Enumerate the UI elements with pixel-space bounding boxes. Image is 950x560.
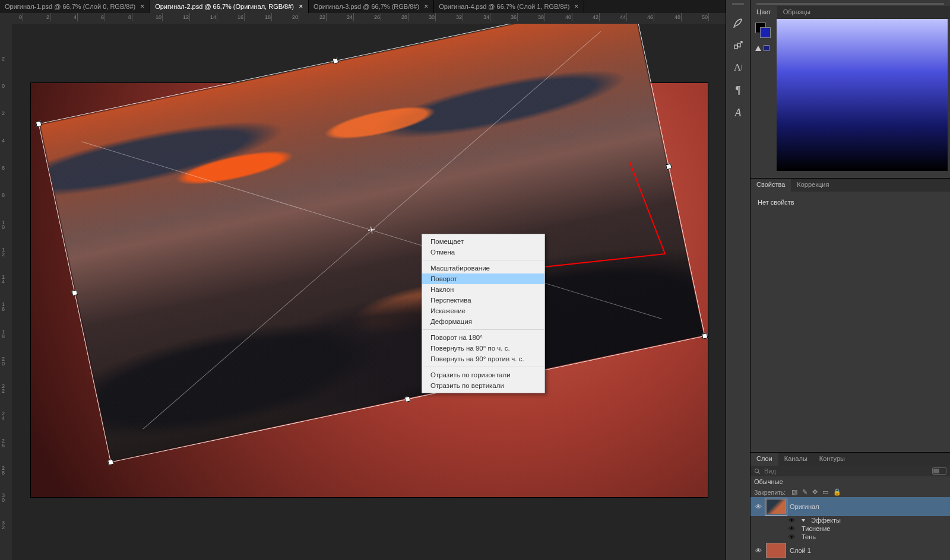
transform-handle[interactable] (666, 163, 672, 170)
glyphs-panel-icon[interactable]: A (730, 104, 746, 121)
tab-swatches[interactable]: Образцы (777, 6, 816, 19)
tab-layers[interactable]: Слои (750, 453, 778, 466)
menu-item[interactable]: Отмена (422, 247, 544, 257)
fx-item-label: Тень (802, 533, 816, 540)
gamut-swatch[interactable] (764, 45, 770, 51)
layer-thumbnail[interactable] (766, 499, 786, 514)
menu-item[interactable]: Поворот на 180° (422, 332, 544, 343)
ruler-horizontal[interactable]: 0246810121416182022242628303234363840424… (12, 13, 726, 24)
gamut-warning-icon[interactable] (755, 46, 761, 51)
tab-channels[interactable]: Каналы (778, 453, 813, 466)
canvas-viewport[interactable]: ПомещаетОтменаМасштабированиеПоворотНакл… (12, 24, 726, 560)
menu-item[interactable]: Наклон (422, 284, 544, 295)
ruler-tick: 6 (101, 14, 104, 20)
lock-pixels-icon[interactable]: ▧ (791, 488, 797, 496)
fx-item[interactable]: 👁 Тиснение (780, 524, 950, 533)
ruler-tick: 8 (128, 14, 131, 20)
lock-brush-icon[interactable]: ✎ (802, 488, 808, 496)
hue-cube[interactable] (777, 19, 948, 171)
character-panel-icon[interactable]: A| (730, 59, 746, 76)
close-icon[interactable]: ✕ (574, 4, 579, 9)
ruler-tick: 24 (2, 411, 5, 421)
tab-color[interactable]: Цвет (750, 6, 777, 19)
visibility-icon[interactable]: 👁 (788, 517, 797, 524)
document-tab[interactable]: Оригинал-1.psd @ 66,7% (Слой 0, RGB/8#) … (0, 0, 150, 13)
menu-item[interactable]: Деформация (422, 316, 544, 327)
properties-panel: Свойства Коррекция Нет свойств (750, 178, 950, 346)
layer-name[interactable]: Оригинал (790, 503, 819, 510)
svg-rect-0 (734, 45, 737, 49)
menu-item[interactable]: Помещает (422, 236, 544, 247)
ruler-tick: 22 (319, 14, 325, 20)
fx-item-label: Тиснение (802, 525, 830, 532)
transform-handle[interactable] (332, 58, 339, 64)
visibility-icon[interactable]: 👁 (788, 533, 797, 540)
transform-handle[interactable] (71, 289, 78, 296)
visibility-icon[interactable]: 👁 (754, 503, 762, 510)
fx-item[interactable]: 👁 Тень (780, 533, 950, 541)
transform-center[interactable] (368, 226, 376, 234)
search-icon[interactable] (754, 468, 761, 475)
collapsed-panel-strip[interactable]: A| ¶ A (726, 0, 750, 560)
background-swatch[interactable] (760, 27, 771, 38)
blend-mode-select[interactable]: Обычные (754, 478, 783, 485)
svg-line-3 (758, 472, 760, 474)
ruler-tick: 10 (2, 220, 5, 230)
ruler-tick: 44 (620, 14, 626, 20)
menu-item[interactable]: Масштабирование (422, 263, 544, 273)
layer-filter-input[interactable] (764, 467, 929, 475)
transform-handle[interactable] (404, 396, 411, 403)
filter-toggle[interactable] (932, 467, 946, 475)
menu-item[interactable]: Отразить по вертикали (422, 380, 544, 391)
ruler-tick: 16 (2, 302, 5, 311)
document-tab[interactable]: Оригинал-2.psd @ 66,7% (Оригинал, RGB/8#… (150, 0, 309, 13)
document-tab[interactable]: Оригинал-4.psd @ 66,7% (Слой 1, RGB/8#) … (434, 0, 584, 13)
ruler-tick: 32 (2, 520, 5, 530)
menu-item[interactable]: Искажение (422, 306, 544, 316)
brush-presets-icon[interactable] (730, 14, 746, 31)
paragraph-panel-icon[interactable]: ¶ (730, 82, 746, 98)
layer-name[interactable]: Слой 1 (790, 547, 811, 554)
lock-position-icon[interactable]: ✥ (812, 488, 818, 496)
ruler-tick: 32 (456, 14, 462, 20)
close-icon[interactable]: ✕ (424, 4, 429, 9)
menu-item[interactable]: Повернуть на 90° против ч. с. (422, 354, 544, 364)
ruler-tick: 18 (2, 329, 5, 339)
close-icon[interactable]: ✕ (299, 4, 303, 9)
visibility-icon[interactable]: 👁 (788, 525, 797, 532)
panel-tab-bar: Свойства Коррекция (750, 179, 950, 192)
ruler-vertical[interactable]: 202468101214161820222426283032 (0, 24, 12, 560)
ruler-tick: 4 (74, 14, 77, 20)
layer-row[interactable]: 👁 Оригинал (750, 497, 950, 516)
fx-header[interactable]: 👁 Эффекты (780, 516, 950, 524)
lock-row: Закрепить: ▧ ✎ ✥ ▭ 🔒 (750, 487, 950, 497)
ruler-tick: 34 (483, 14, 489, 20)
visibility-icon[interactable]: 👁 (754, 547, 762, 554)
tab-label: Оригинал-2.psd @ 66,7% (Оригинал, RGB/8#… (155, 3, 294, 10)
ruler-tick: 12 (2, 247, 5, 257)
menu-item[interactable]: Перспектива (422, 295, 544, 306)
tab-paths[interactable]: Контуры (813, 453, 851, 466)
ruler-tick: 6 (2, 166, 5, 170)
transform-handle[interactable] (36, 121, 42, 128)
layer-thumbnail[interactable] (766, 543, 786, 558)
layer-row[interactable]: 👁 Слой 1 (750, 541, 950, 560)
close-icon[interactable]: ✕ (140, 4, 145, 9)
tab-adjustments[interactable]: Коррекция (791, 179, 835, 192)
menu-item[interactable]: Поворот (422, 273, 544, 284)
menu-item[interactable]: Отразить по горизонтали (422, 370, 544, 380)
transform-handle[interactable] (702, 333, 708, 339)
transform-handle[interactable] (107, 459, 114, 466)
clone-source-icon[interactable] (730, 37, 746, 53)
chevron-down-icon[interactable] (802, 519, 805, 522)
drag-handle-icon[interactable] (756, 3, 944, 5)
tab-properties[interactable]: Свойства (750, 179, 791, 192)
drag-handle-icon[interactable] (732, 3, 744, 5)
fgbg-swatch[interactable] (755, 23, 771, 38)
lock-artboard-icon[interactable]: ▭ (822, 488, 828, 496)
menu-item[interactable]: Повернуть на 90° по ч. с. (422, 343, 544, 354)
transform-bounding-box[interactable] (39, 24, 705, 463)
document-tab[interactable]: Оригинал-3.psd @ 66,7% (RGB/8#) ✕ (309, 0, 434, 13)
svg-point-2 (755, 469, 758, 472)
lock-all-icon[interactable]: 🔒 (833, 488, 841, 496)
